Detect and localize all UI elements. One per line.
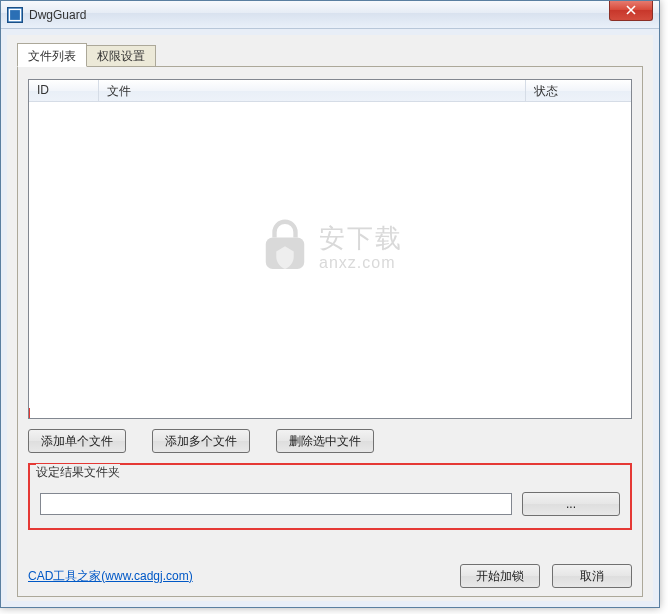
cancel-button[interactable]: 取消 [552, 564, 632, 588]
window-title: DwgGuard [29, 8, 609, 22]
footer: CAD工具之家(www.cadgj.com) 开始加锁 取消 [28, 552, 632, 588]
tab-file-list[interactable]: 文件列表 [17, 43, 87, 67]
browse-button[interactable]: ... [522, 492, 620, 516]
client-area: 文件列表 权限设置 ID 文件 状态 安下载 [1, 29, 659, 607]
result-folder-row: ... [40, 492, 620, 516]
watermark-text-cn: 安下载 [319, 221, 403, 256]
footer-link-url[interactable]: www.cadgj.com [105, 569, 188, 583]
svg-rect-0 [9, 9, 20, 20]
add-single-file-button[interactable]: 添加单个文件 [28, 429, 126, 453]
red-marker [29, 408, 30, 418]
svg-rect-3 [266, 237, 305, 269]
column-header-id[interactable]: ID [29, 80, 99, 101]
footer-buttons: 开始加锁 取消 [460, 564, 632, 588]
tab-panel-file-list: ID 文件 状态 安下载 anxz.com [17, 66, 643, 597]
titlebar[interactable]: DwgGuard [1, 1, 659, 29]
delete-selected-file-button[interactable]: 删除选中文件 [276, 429, 374, 453]
tab-permission[interactable]: 权限设置 [86, 45, 156, 67]
app-window: DwgGuard 文件列表 权限设置 ID 文件 状态 [0, 0, 660, 608]
result-folder-input[interactable] [40, 493, 512, 515]
add-multiple-files-button[interactable]: 添加多个文件 [152, 429, 250, 453]
app-icon [7, 7, 23, 23]
watermark: 安下载 anxz.com [257, 218, 403, 274]
file-buttons-row: 添加单个文件 添加多个文件 删除选中文件 [28, 429, 632, 453]
file-table[interactable]: ID 文件 状态 安下载 anxz.com [28, 79, 632, 419]
footer-link[interactable]: CAD工具之家(www.cadgj.com) [28, 568, 193, 585]
lock-bag-icon [257, 218, 313, 274]
close-icon [626, 5, 636, 15]
result-folder-group: 设定结果文件夹 ... [28, 463, 632, 530]
footer-link-text[interactable]: CAD工具之家 [28, 569, 101, 583]
column-header-status[interactable]: 状态 [526, 80, 631, 101]
table-header-row: ID 文件 状态 [29, 80, 631, 102]
tabstrip: 文件列表 权限设置 [17, 43, 643, 67]
close-button[interactable] [609, 1, 653, 21]
result-folder-label: 设定结果文件夹 [36, 464, 120, 481]
start-lock-button[interactable]: 开始加锁 [460, 564, 540, 588]
watermark-text-url: anxz.com [319, 254, 403, 272]
column-header-file[interactable]: 文件 [99, 80, 526, 101]
